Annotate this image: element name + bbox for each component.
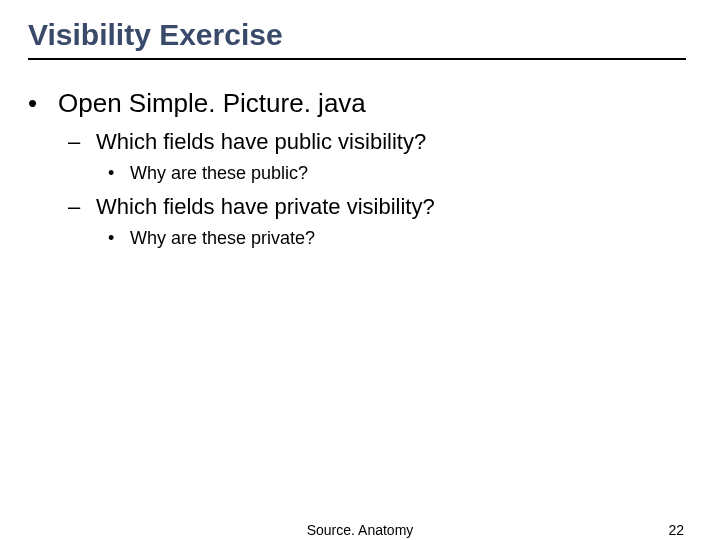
slide-title: Visibility Exercise [0,0,720,58]
bullet-level-2: – Which fields have private visibility? [68,194,720,220]
title-underline [28,58,686,60]
bullet-dot-icon: • [108,228,130,249]
bullet-text: Which fields have private visibility? [96,194,435,220]
bullet-dot-icon: • [28,88,58,119]
bullet-text: Why are these private? [130,228,315,249]
bullet-level-3: • Why are these public? [108,163,720,184]
bullet-text: Open Simple. Picture. java [58,88,366,119]
bullet-dash-icon: – [68,194,96,220]
slide-content: • Open Simple. Picture. java – Which fie… [0,88,720,249]
bullet-level-1: • Open Simple. Picture. java [28,88,720,119]
bullet-level-3: • Why are these private? [108,228,720,249]
bullet-level-2: – Which fields have public visibility? [68,129,720,155]
bullet-dot-icon: • [108,163,130,184]
bullet-text: Why are these public? [130,163,308,184]
bullet-text: Which fields have public visibility? [96,129,426,155]
bullet-dash-icon: – [68,129,96,155]
footer-center-text: Source. Anatomy [307,522,414,538]
footer-page-number: 22 [668,522,684,538]
